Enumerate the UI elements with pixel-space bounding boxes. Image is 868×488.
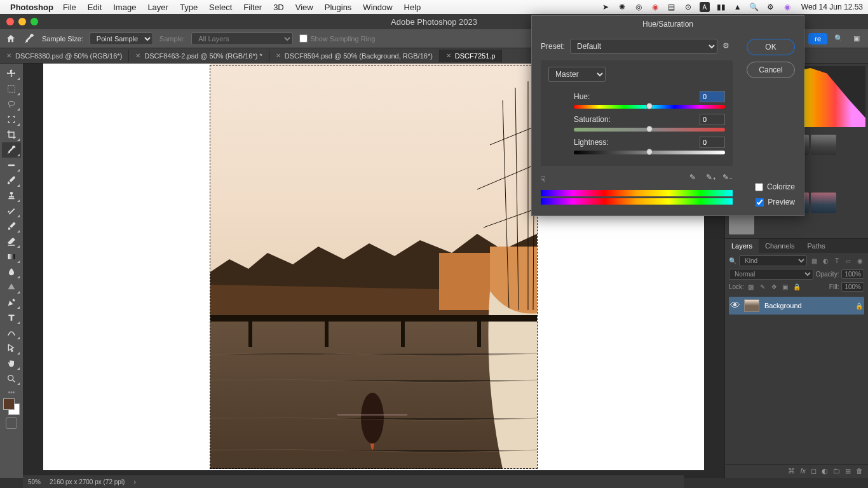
statusbar-more-icon[interactable]: ›: [133, 478, 135, 485]
menu-layer[interactable]: Layer: [142, 1, 174, 13]
preset-thumbnail[interactable]: [811, 193, 836, 213]
selection-tool-icon[interactable]: [2, 112, 21, 127]
gear-icon[interactable]: ⚙: [722, 41, 733, 51]
document-tab[interactable]: ✕DSCF8463-2.psd @ 50% (RGB/16*) *: [129, 50, 269, 62]
new-layer-icon[interactable]: ⊞: [845, 467, 851, 475]
history-brush-tool-icon[interactable]: [2, 203, 21, 219]
marquee-tool-icon[interactable]: [2, 81, 21, 97]
pen-tool-icon[interactable]: [2, 295, 21, 310]
home-icon[interactable]: [5, 33, 17, 44]
control-center-icon[interactable]: ⚙: [766, 2, 776, 12]
zoom-level[interactable]: 50%: [28, 478, 41, 485]
hue-input[interactable]: [700, 91, 725, 102]
filter-pixel-icon[interactable]: ▦: [810, 257, 818, 266]
menu-edit[interactable]: Edit: [82, 1, 107, 13]
add-mask-icon[interactable]: ◻: [811, 467, 817, 475]
zoom-window-button[interactable]: [31, 18, 38, 25]
document-dims[interactable]: 2160 px x 2700 px (72 ppi): [50, 478, 125, 485]
menu-window[interactable]: Window: [357, 1, 398, 13]
lock-move-icon[interactable]: ✥: [770, 283, 778, 292]
hand-tool-icon[interactable]: [2, 356, 21, 371]
preview-checkbox[interactable]: Preview: [756, 198, 795, 207]
blur-tool-icon[interactable]: [2, 264, 21, 280]
path-tool-icon[interactable]: [2, 325, 21, 341]
document-tab[interactable]: ✕DSCF8594.psd @ 50% (Background, RGB/16*…: [269, 50, 440, 62]
filter-type-icon[interactable]: T: [832, 257, 841, 266]
stamp-tool-icon[interactable]: [2, 188, 21, 203]
quick-mask-icon[interactable]: [6, 417, 17, 429]
search-icon[interactable]: 🔍: [729, 257, 736, 264]
menu-plugins[interactable]: Plugins: [319, 1, 358, 13]
close-tab-icon[interactable]: ✕: [446, 52, 451, 59]
layer-lock-icon[interactable]: 🔒: [855, 302, 863, 309]
direct-select-tool-icon[interactable]: [2, 341, 21, 356]
menu-type[interactable]: Type: [174, 1, 203, 13]
menu-3d[interactable]: 3D: [268, 1, 290, 13]
lock-transparent-icon[interactable]: ▩: [747, 283, 756, 292]
preset-select[interactable]: Default: [570, 39, 717, 54]
layer-fx-icon[interactable]: fx: [800, 467, 806, 475]
menubar-extra-icon[interactable]: ◉: [650, 2, 660, 12]
dodge-tool-icon[interactable]: [2, 280, 21, 295]
fill-field[interactable]: 100%: [841, 282, 864, 292]
search-icon[interactable]: 🔍: [832, 32, 845, 45]
saturation-slider[interactable]: [574, 128, 725, 132]
lock-brush-icon[interactable]: ✎: [758, 283, 767, 292]
menubar-a-icon[interactable]: A: [700, 2, 710, 12]
workspace-icon[interactable]: ▣: [850, 32, 863, 45]
filter-adjust-icon[interactable]: ◐: [821, 257, 830, 266]
hue-slider[interactable]: [574, 105, 725, 109]
lock-artboard-icon[interactable]: ▣: [781, 283, 790, 292]
lightness-input[interactable]: [700, 137, 725, 148]
document-tab-active[interactable]: ✕DSCF7251.p: [440, 50, 503, 62]
minimize-window-button[interactable]: [18, 18, 26, 25]
eyedropper-tool-icon[interactable]: [2, 142, 21, 158]
targeted-adjust-icon[interactable]: ☟: [541, 175, 545, 184]
brush-tool-icon[interactable]: [2, 173, 21, 188]
eyedropper-add-icon[interactable]: ✎₊: [706, 173, 716, 183]
lightness-slider[interactable]: [574, 151, 725, 154]
menubar-extra-icon[interactable]: ➤: [600, 2, 611, 12]
hue-saturation-dialog[interactable]: Hue/Saturation Preset: Default ⚙ Master …: [531, 15, 804, 216]
menu-file[interactable]: File: [57, 1, 82, 13]
show-sampling-ring-checkbox[interactable]: Show Sampling Ring: [299, 34, 375, 43]
filter-shape-icon[interactable]: ▱: [844, 257, 853, 266]
spotlight-icon[interactable]: 🔍: [749, 2, 759, 12]
layer-kind-filter[interactable]: Kind: [739, 255, 807, 266]
menu-help[interactable]: Help: [398, 1, 427, 13]
cancel-button[interactable]: Cancel: [747, 62, 795, 78]
colorize-checkbox[interactable]: Colorize: [755, 182, 795, 191]
zoom-tool-icon[interactable]: [2, 371, 21, 386]
preset-thumbnail[interactable]: [811, 135, 836, 155]
new-group-icon[interactable]: 🗀: [833, 467, 840, 475]
eyedropper-tool-icon[interactable]: [23, 32, 36, 45]
lock-all-icon[interactable]: 🔒: [792, 283, 801, 292]
eraser-tool-icon[interactable]: [2, 234, 21, 249]
app-name[interactable]: Photoshop: [10, 3, 53, 12]
delete-layer-icon[interactable]: 🗑: [856, 467, 863, 475]
menubar-extra-icon[interactable]: ▤: [667, 2, 677, 12]
layer-visibility-icon[interactable]: 👁: [730, 300, 739, 311]
panel-tab-layers[interactable]: Layers: [725, 239, 759, 253]
sample-size-select[interactable]: Point Sample: [90, 32, 153, 45]
close-tab-icon[interactable]: ✕: [276, 52, 281, 59]
menu-select[interactable]: Select: [203, 1, 238, 13]
paintbrush-tool-icon[interactable]: [2, 219, 21, 234]
layer-thumbnail[interactable]: [744, 299, 759, 312]
document-tab[interactable]: ✕DSCF8380.psd @ 50% (RGB/16*): [0, 50, 129, 62]
eyedropper-icon[interactable]: ✎: [689, 173, 700, 183]
preset-thumbnail[interactable]: [729, 214, 754, 234]
filter-smart-icon[interactable]: ◉: [855, 257, 864, 266]
panel-tab-paths[interactable]: Paths: [801, 239, 832, 253]
move-tool-icon[interactable]: [2, 66, 21, 81]
sample-scope-select[interactable]: All Layers: [191, 32, 293, 45]
menu-view[interactable]: View: [290, 1, 319, 13]
type-tool-icon[interactable]: [2, 310, 21, 325]
eyedropper-subtract-icon[interactable]: ✎₋: [722, 173, 733, 183]
menu-filter[interactable]: Filter: [238, 1, 268, 13]
layer-name[interactable]: Background: [764, 302, 850, 309]
layer-row-background[interactable]: 👁 Background 🔒: [729, 297, 864, 315]
menubar-extra-icon[interactable]: ✺: [617, 2, 627, 12]
gradient-tool-icon[interactable]: [2, 249, 21, 264]
close-tab-icon[interactable]: ✕: [6, 52, 11, 59]
